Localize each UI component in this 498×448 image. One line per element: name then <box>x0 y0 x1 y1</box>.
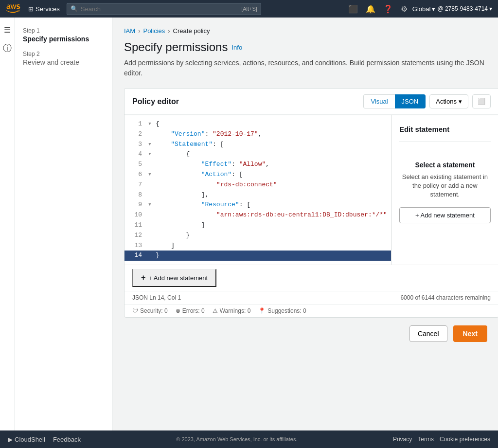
breadcrumb-separator-2: › <box>168 27 170 35</box>
status-indicators: 🛡 Security: 0 ⊗ Errors: 0 ⚠ Warnings: 0 <box>132 307 306 314</box>
step1-label: Specify permissions <box>23 35 104 43</box>
policy-editor-card: Policy editor Visual JSON Actions ▾ ⬜ <box>124 88 498 318</box>
editor-main-area: 1 ▾ { 2 "Version": "2012-10-17", 3 ▾ <box>124 115 498 265</box>
char-count: 6000 of 6144 characters remaining <box>400 294 490 301</box>
location-icon: 📍 <box>258 307 266 314</box>
editor-tabs: Visual JSON <box>363 94 426 108</box>
search-icon: 🔍 <box>71 5 78 12</box>
step1-number: Step 1 <box>23 27 104 34</box>
code-line-9: 9 ▾ "Resource": [ <box>124 200 391 210</box>
breadcrumb: IAM › Policies › Create policy <box>124 27 498 35</box>
step1-item: Step 1 Specify permissions <box>23 27 104 43</box>
terminal-icon-btn[interactable]: ⬛ <box>345 2 361 16</box>
page-title-row: Specify permissions Info <box>124 40 498 54</box>
code-editor[interactable]: 1 ▾ { 2 "Version": "2012-10-17", 3 ▾ <box>124 115 391 265</box>
cancel-button[interactable]: Cancel <box>409 325 447 342</box>
select-statement-desc: Select an existing statement in the poli… <box>399 173 491 199</box>
code-line-6: 6 ▾ "Action": [ <box>124 170 391 180</box>
step2-number: Step 2 <box>23 51 104 57</box>
code-line-14: 14 } <box>124 251 391 261</box>
chevron-down-icon: ▾ <box>489 5 492 12</box>
bell-icon-btn[interactable]: 🔔 <box>363 2 378 16</box>
services-button[interactable]: ⊞ Services <box>25 3 63 15</box>
edit-statement-panel: Edit statement Select a statement Select… <box>391 115 498 265</box>
edit-statement-title: Edit statement <box>399 125 491 133</box>
code-line-12: 12 } <box>124 231 391 241</box>
add-statement-bottom-row: + + Add new statement <box>124 265 498 291</box>
step2-item: Step 2 Review and create <box>23 51 104 66</box>
aws-logo[interactable] <box>6 4 21 14</box>
settings-icon-btn[interactable]: ⚙ <box>398 2 410 16</box>
breadcrumb-separator: › <box>138 27 140 35</box>
code-line-4: 4 ▾ { <box>124 149 391 160</box>
code-line-8: 8 ], <box>124 190 391 200</box>
card-header: Policy editor Visual JSON Actions ▾ ⬜ <box>124 89 498 115</box>
breadcrumb-policies[interactable]: Policies <box>143 27 165 35</box>
warnings-indicator: ⚠ Warnings: 0 <box>213 307 251 314</box>
code-line-5: 5 "Effect": "Allow", <box>124 160 391 170</box>
help-icon-btn[interactable]: ❓ <box>380 2 396 16</box>
card-header-actions: Visual JSON Actions ▾ ⬜ <box>363 94 491 108</box>
content-area: Step 1 Specify permissions Step 2 Review… <box>15 18 498 430</box>
code-line-2: 2 "Version": "2012-10-17", <box>124 129 391 140</box>
code-line-1: 1 ▾ { <box>124 119 391 129</box>
next-button[interactable]: Next <box>453 325 487 342</box>
expand-icon: ⬜ <box>478 98 485 105</box>
steps-panel: Step 1 Specify permissions Step 2 Review… <box>15 18 112 430</box>
app-layout: ☰ ⓘ Step 1 Specify permissions Step 2 Re… <box>0 18 498 430</box>
errors-indicator: ⊗ Errors: 0 <box>176 307 205 314</box>
actions-dropdown-button[interactable]: Actions ▾ <box>429 94 468 108</box>
breadcrumb-current: Create policy <box>173 27 210 35</box>
code-line-3: 3 ▾ "Statement": [ <box>124 140 391 150</box>
search-bar: 🔍 [Alt+S] <box>67 3 261 15</box>
code-line-7: 7 "rds-db:connect" <box>124 180 391 190</box>
page-description: Add permissions by selecting services, a… <box>124 58 498 78</box>
breadcrumb-iam[interactable]: IAM <box>124 27 135 35</box>
info-icon-btn[interactable]: ⓘ <box>0 40 15 56</box>
add-statement-bottom-button[interactable]: + + Add new statement <box>132 269 216 287</box>
plus-icon: + <box>141 273 145 282</box>
shield-icon: 🛡 <box>132 307 138 314</box>
security-indicator: 🛡 Security: 0 <box>132 307 168 314</box>
chevron-down-icon: ▾ <box>432 5 435 13</box>
divider <box>399 141 491 142</box>
page-footer: Cancel Next <box>124 318 498 350</box>
search-input[interactable] <box>67 3 261 15</box>
top-navigation: ⊞ Services 🔍 [Alt+S] ⬛ 🔔 ❓ ⚙ Global ▾ @ … <box>0 0 498 18</box>
status-bar: JSON Ln 14, Col 1 6000 of 6144 character… <box>124 291 498 304</box>
page-title: Specify permissions <box>124 40 228 54</box>
error-icon: ⊗ <box>176 307 180 314</box>
editor-position: JSON Ln 14, Col 1 <box>132 294 181 301</box>
card-title: Policy editor <box>132 97 179 106</box>
code-line-10: 10 "arn:aws:rds-db:eu-central1:DB_ID:dbu… <box>124 210 391 220</box>
editor-footer-info: 🛡 Security: 0 ⊗ Errors: 0 ⚠ Warnings: 0 <box>124 304 498 317</box>
tab-json[interactable]: JSON <box>395 94 426 108</box>
warning-icon: ⚠ <box>213 307 218 314</box>
main-content: IAM › Policies › Create policy Specify p… <box>112 18 498 430</box>
sidebar-toggle-button[interactable]: ☰ <box>2 23 13 36</box>
step2-label: Review and create <box>23 58 104 66</box>
nav-icons: ⬛ 🔔 ❓ ⚙ Global ▾ @ 2785-9483-4714 ▾ <box>345 2 492 16</box>
code-line-13: 13 ] <box>124 241 391 251</box>
search-shortcut: [Alt+S] <box>241 6 257 12</box>
suggestions-indicator: 📍 Suggestions: 0 <box>258 307 306 314</box>
info-link[interactable]: Info <box>231 44 242 51</box>
add-new-statement-button[interactable]: + Add new statement <box>399 207 491 223</box>
status-bar-left: JSON Ln 14, Col 1 <box>132 294 181 301</box>
code-line-11: 11 ] <box>124 220 391 231</box>
region-selector[interactable]: Global ▾ <box>412 5 436 13</box>
account-menu[interactable]: @ 2785-9483-4714 ▾ <box>437 5 492 12</box>
grid-icon: ⊞ <box>28 5 34 13</box>
chevron-down-icon: ▾ <box>459 98 462 105</box>
select-statement-title: Select a statement <box>399 161 491 169</box>
tab-visual[interactable]: Visual <box>363 94 394 108</box>
left-sidebar: ☰ ⓘ <box>0 18 15 430</box>
expand-button[interactable]: ⬜ <box>472 94 491 108</box>
